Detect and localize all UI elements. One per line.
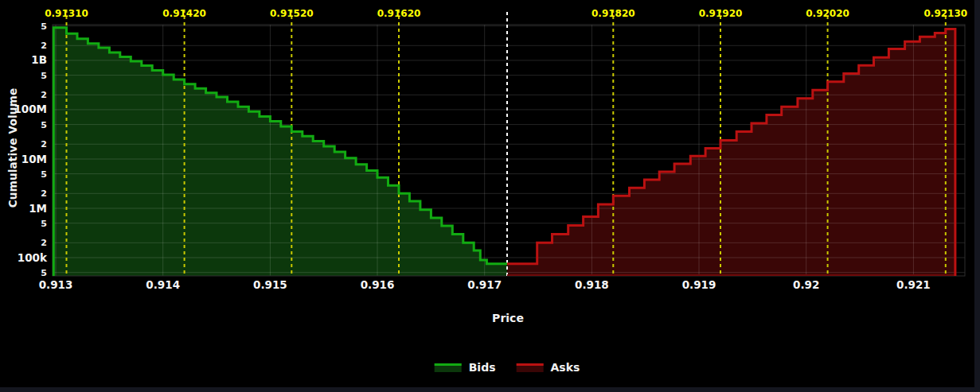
y-tick-label: 5 [41,219,47,229]
asks-swatch-icon [517,363,544,372]
price-marker-label: 0.91310 [45,8,88,19]
price-marker-label: 0.92020 [806,8,849,19]
window-edge-bottom [0,387,980,392]
legend-label-bids: Bids [469,361,496,374]
y-tick-label: 10M [21,153,47,165]
y-tick-label: 2 [41,188,47,199]
x-tick-label: 0.919 [682,278,716,291]
x-tick-label: 0.921 [896,278,931,291]
x-axis-title: Price [492,312,524,324]
bids-area [53,28,507,276]
x-tick-label: 0.914 [146,278,180,291]
series-fills [53,28,955,276]
legend: Bids Asks [435,361,580,374]
depth-chart-canvas: 0.9130.9140.9150.9160.9170.9180.9190.920… [0,0,980,392]
x-tick-label: 0.913 [39,278,73,291]
y-tick-label: 5 [41,268,47,278]
y-tick-label: 2 [41,139,47,149]
x-tick-label: 0.918 [575,278,609,291]
y-tick-label: 1B [31,53,47,66]
x-tick-label: 0.92 [793,278,819,291]
y-axis-title: Cumulative Volume [6,88,19,208]
x-tick-label: 0.916 [361,278,395,291]
x-tick-label: 0.915 [253,278,287,291]
price-marker-label: 0.91920 [699,8,743,19]
y-tick-label: 100k [18,251,48,264]
y-tick-label: 2 [41,41,47,51]
price-marker-label: 0.91420 [162,8,206,19]
bids-swatch-icon [435,363,462,372]
y-tick-label: 5 [41,120,47,130]
asks-area [507,29,955,276]
legend-label-asks: Asks [551,361,580,374]
price-marker-label: 0.91520 [270,8,314,19]
y-tick-label: 5 [41,71,47,81]
x-tick-label: 0.917 [467,278,502,291]
y-tick-label: 5 [41,21,47,32]
y-tick-label: 5 [41,169,47,180]
window-edge-right [974,0,980,392]
price-marker-label: 0.91820 [592,8,635,19]
price-marker-label: 0.92130 [923,8,967,19]
depth-chart-window: 0.9130.9140.9150.9160.9170.9180.9190.920… [0,0,980,392]
x-tick-labels: 0.9130.9140.9150.9160.9170.9180.9190.920… [39,278,931,291]
y-tick-label: 1M [29,202,47,215]
price-marker-labels: 0.913100.914200.915200.916200.918200.919… [45,8,967,19]
legend-item-asks[interactable]: Asks [517,361,580,374]
y-tick-label: 2 [41,238,47,248]
legend-item-bids[interactable]: Bids [435,361,496,374]
price-marker-label: 0.91620 [377,8,421,19]
y-tick-label: 2 [41,90,47,100]
